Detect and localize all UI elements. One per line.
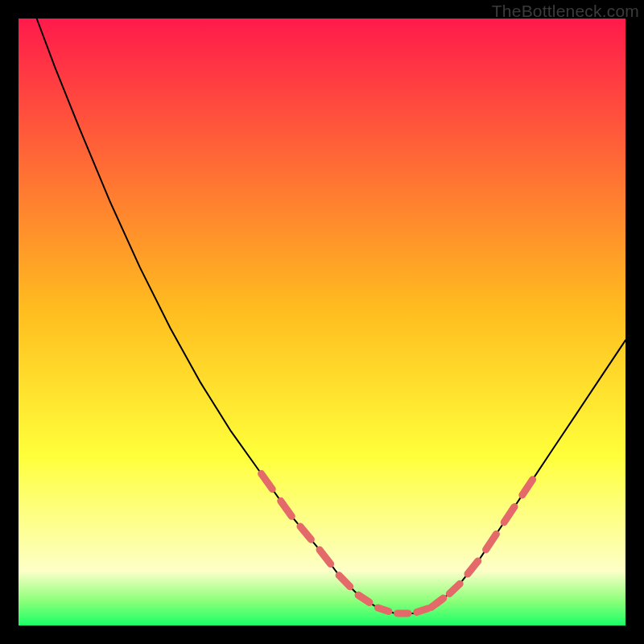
svg-line-4 <box>339 576 350 587</box>
dash-segments-left <box>262 474 369 603</box>
svg-line-2 <box>300 526 312 539</box>
svg-line-12 <box>358 595 369 602</box>
svg-line-7 <box>449 584 460 593</box>
svg-line-3 <box>320 550 331 564</box>
svg-line-1 <box>281 501 292 516</box>
bottleneck-curve <box>37 19 625 613</box>
curve-layer <box>19 19 625 625</box>
svg-line-13 <box>378 608 389 612</box>
svg-line-15 <box>417 609 428 613</box>
svg-line-8 <box>468 561 478 574</box>
svg-line-0 <box>262 474 273 489</box>
chart-frame: TheBottleneck.com <box>0 0 644 644</box>
plot-area <box>19 19 625 625</box>
svg-line-9 <box>486 535 497 550</box>
svg-line-16 <box>436 598 444 604</box>
dash-segments-right <box>431 480 533 608</box>
svg-line-10 <box>504 507 514 522</box>
svg-line-11 <box>522 480 533 495</box>
watermark-text: TheBottleneck.com <box>492 2 639 21</box>
